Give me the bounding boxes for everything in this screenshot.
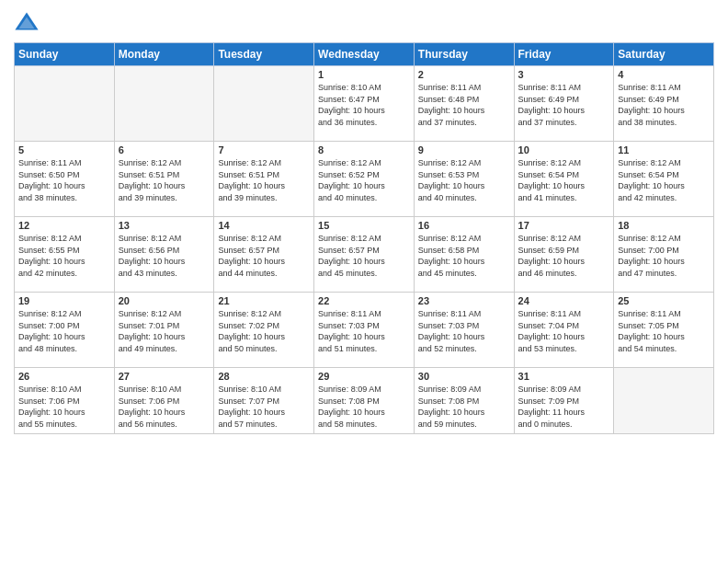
day-number: 8	[318, 144, 410, 155]
calendar-cell: 7Sunrise: 8:12 AM Sunset: 6:51 PM Daylig…	[214, 142, 314, 217]
day-info: Sunrise: 8:12 AM Sunset: 6:53 PM Dayligh…	[418, 157, 510, 203]
day-info: Sunrise: 8:12 AM Sunset: 6:51 PM Dayligh…	[119, 157, 210, 203]
day-number: 14	[218, 220, 310, 231]
logo-icon	[14, 9, 40, 35]
day-number: 18	[618, 220, 710, 231]
day-info: Sunrise: 8:11 AM Sunset: 6:50 PM Dayligh…	[18, 157, 110, 203]
calendar-cell: 21Sunrise: 8:12 AM Sunset: 7:02 PM Dayli…	[214, 293, 314, 368]
day-number: 1	[318, 69, 410, 80]
day-number: 28	[218, 371, 310, 382]
day-number: 15	[318, 220, 410, 231]
day-number: 22	[318, 295, 410, 306]
calendar-cell	[214, 66, 314, 142]
logo	[14, 9, 43, 35]
day-number: 25	[618, 295, 710, 306]
day-info: Sunrise: 8:12 AM Sunset: 6:56 PM Dayligh…	[119, 233, 210, 279]
day-info: Sunrise: 8:10 AM Sunset: 7:07 PM Dayligh…	[218, 384, 310, 430]
day-header-tuesday: Tuesday	[214, 43, 314, 66]
day-info: Sunrise: 8:12 AM Sunset: 7:02 PM Dayligh…	[218, 308, 310, 354]
calendar-cell: 9Sunrise: 8:12 AM Sunset: 6:53 PM Daylig…	[414, 142, 514, 217]
calendar-cell: 1Sunrise: 8:10 AM Sunset: 6:47 PM Daylig…	[314, 66, 415, 142]
day-info: Sunrise: 8:12 AM Sunset: 6:55 PM Dayligh…	[18, 233, 110, 279]
calendar-cell: 10Sunrise: 8:12 AM Sunset: 6:54 PM Dayli…	[514, 142, 614, 217]
calendar-cell	[15, 66, 115, 142]
day-number: 13	[119, 220, 210, 231]
calendar-cell: 14Sunrise: 8:12 AM Sunset: 6:57 PM Dayli…	[214, 217, 314, 293]
day-number: 6	[119, 144, 210, 155]
header	[14, 9, 714, 35]
calendar-cell: 5Sunrise: 8:11 AM Sunset: 6:50 PM Daylig…	[15, 142, 115, 217]
day-info: Sunrise: 8:12 AM Sunset: 6:58 PM Dayligh…	[418, 233, 510, 279]
day-number: 4	[618, 69, 710, 80]
week-row-1: 1Sunrise: 8:10 AM Sunset: 6:47 PM Daylig…	[15, 66, 714, 142]
day-info: Sunrise: 8:09 AM Sunset: 7:08 PM Dayligh…	[418, 384, 510, 430]
calendar-cell: 17Sunrise: 8:12 AM Sunset: 6:59 PM Dayli…	[514, 217, 614, 293]
days-header-row: SundayMondayTuesdayWednesdayThursdayFrid…	[15, 43, 714, 66]
day-number: 11	[618, 144, 710, 155]
calendar-cell: 29Sunrise: 8:09 AM Sunset: 7:08 PM Dayli…	[314, 368, 415, 434]
calendar-cell: 25Sunrise: 8:11 AM Sunset: 7:05 PM Dayli…	[614, 293, 714, 368]
day-info: Sunrise: 8:12 AM Sunset: 6:57 PM Dayligh…	[218, 233, 310, 279]
calendar-cell: 11Sunrise: 8:12 AM Sunset: 6:54 PM Dayli…	[614, 142, 714, 217]
day-info: Sunrise: 8:12 AM Sunset: 7:00 PM Dayligh…	[18, 308, 110, 354]
day-header-thursday: Thursday	[414, 43, 514, 66]
day-number: 2	[418, 69, 510, 80]
day-number: 29	[318, 371, 410, 382]
calendar-cell: 31Sunrise: 8:09 AM Sunset: 7:09 PM Dayli…	[514, 368, 614, 434]
day-number: 21	[218, 295, 310, 306]
day-number: 5	[18, 144, 110, 155]
calendar-cell: 12Sunrise: 8:12 AM Sunset: 6:55 PM Dayli…	[15, 217, 115, 293]
day-info: Sunrise: 8:11 AM Sunset: 6:49 PM Dayligh…	[618, 82, 710, 128]
day-number: 17	[518, 220, 610, 231]
day-number: 9	[418, 144, 510, 155]
day-info: Sunrise: 8:11 AM Sunset: 6:48 PM Dayligh…	[418, 82, 510, 128]
day-header-friday: Friday	[514, 43, 614, 66]
day-info: Sunrise: 8:09 AM Sunset: 7:08 PM Dayligh…	[318, 384, 410, 430]
day-info: Sunrise: 8:12 AM Sunset: 6:59 PM Dayligh…	[518, 233, 610, 279]
day-header-sunday: Sunday	[15, 43, 115, 66]
day-number: 12	[18, 220, 110, 231]
calendar-cell: 22Sunrise: 8:11 AM Sunset: 7:03 PM Dayli…	[314, 293, 415, 368]
calendar-cell: 23Sunrise: 8:11 AM Sunset: 7:03 PM Dayli…	[414, 293, 514, 368]
day-info: Sunrise: 8:11 AM Sunset: 7:04 PM Dayligh…	[518, 308, 610, 354]
day-info: Sunrise: 8:11 AM Sunset: 7:05 PM Dayligh…	[618, 308, 710, 354]
calendar-cell: 15Sunrise: 8:12 AM Sunset: 6:57 PM Dayli…	[314, 217, 415, 293]
day-header-monday: Monday	[114, 43, 214, 66]
day-info: Sunrise: 8:12 AM Sunset: 6:54 PM Dayligh…	[518, 157, 610, 203]
day-info: Sunrise: 8:12 AM Sunset: 6:51 PM Dayligh…	[218, 157, 310, 203]
calendar-cell	[114, 66, 214, 142]
calendar-cell: 2Sunrise: 8:11 AM Sunset: 6:48 PM Daylig…	[414, 66, 514, 142]
week-row-3: 12Sunrise: 8:12 AM Sunset: 6:55 PM Dayli…	[15, 217, 714, 293]
calendar-cell: 16Sunrise: 8:12 AM Sunset: 6:58 PM Dayli…	[414, 217, 514, 293]
calendar-cell: 30Sunrise: 8:09 AM Sunset: 7:08 PM Dayli…	[414, 368, 514, 434]
calendar-cell: 19Sunrise: 8:12 AM Sunset: 7:00 PM Dayli…	[15, 293, 115, 368]
calendar-cell: 6Sunrise: 8:12 AM Sunset: 6:51 PM Daylig…	[114, 142, 214, 217]
day-number: 10	[518, 144, 610, 155]
day-info: Sunrise: 8:12 AM Sunset: 6:52 PM Dayligh…	[318, 157, 410, 203]
week-row-2: 5Sunrise: 8:11 AM Sunset: 6:50 PM Daylig…	[15, 142, 714, 217]
page: SundayMondayTuesdayWednesdayThursdayFrid…	[0, 0, 728, 563]
week-row-4: 19Sunrise: 8:12 AM Sunset: 7:00 PM Dayli…	[15, 293, 714, 368]
day-number: 16	[418, 220, 510, 231]
calendar-cell: 26Sunrise: 8:10 AM Sunset: 7:06 PM Dayli…	[15, 368, 115, 434]
day-info: Sunrise: 8:09 AM Sunset: 7:09 PM Dayligh…	[518, 384, 610, 430]
calendar-cell: 18Sunrise: 8:12 AM Sunset: 7:00 PM Dayli…	[614, 217, 714, 293]
calendar-cell: 28Sunrise: 8:10 AM Sunset: 7:07 PM Dayli…	[214, 368, 314, 434]
calendar-cell: 13Sunrise: 8:12 AM Sunset: 6:56 PM Dayli…	[114, 217, 214, 293]
day-number: 24	[518, 295, 610, 306]
day-number: 27	[119, 371, 210, 382]
calendar-cell	[614, 368, 714, 434]
calendar-cell: 8Sunrise: 8:12 AM Sunset: 6:52 PM Daylig…	[314, 142, 415, 217]
day-number: 19	[18, 295, 110, 306]
calendar-cell: 3Sunrise: 8:11 AM Sunset: 6:49 PM Daylig…	[514, 66, 614, 142]
day-info: Sunrise: 8:10 AM Sunset: 6:47 PM Dayligh…	[318, 82, 410, 128]
day-number: 20	[119, 295, 210, 306]
day-number: 26	[18, 371, 110, 382]
day-info: Sunrise: 8:12 AM Sunset: 6:54 PM Dayligh…	[618, 157, 710, 203]
day-header-wednesday: Wednesday	[314, 43, 415, 66]
day-info: Sunrise: 8:10 AM Sunset: 7:06 PM Dayligh…	[18, 384, 110, 430]
day-info: Sunrise: 8:11 AM Sunset: 7:03 PM Dayligh…	[318, 308, 410, 354]
day-info: Sunrise: 8:12 AM Sunset: 7:00 PM Dayligh…	[618, 233, 710, 279]
day-header-saturday: Saturday	[614, 43, 714, 66]
day-number: 30	[418, 371, 510, 382]
